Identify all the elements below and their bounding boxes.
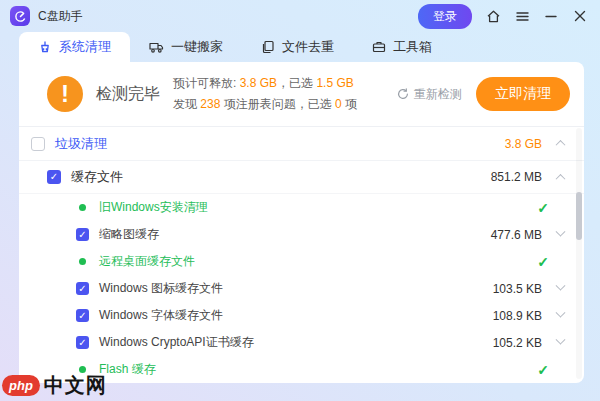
check-icon: ✓ xyxy=(537,362,549,378)
chevron-down-icon[interactable] xyxy=(556,335,566,345)
subgroup-checkbox[interactable] xyxy=(47,170,61,184)
registry-issue-count: 238 xyxy=(200,97,220,111)
releasable-line: 预计可释放: 3.8 GB，已选 1.5 GB xyxy=(173,73,357,94)
item-label: 远程桌面缓存文件 xyxy=(99,253,195,270)
releasable-size: 3.8 GB xyxy=(240,76,277,90)
registry-line: 发现 238 项注册表问题，已选 0 项 xyxy=(173,94,357,115)
subgroup-size: 851.2 MB xyxy=(491,170,542,184)
item-size: 108.9 KB xyxy=(493,309,542,323)
tab-system-clean[interactable]: 系统清理 xyxy=(19,32,130,62)
warning-icon: ! xyxy=(47,76,83,112)
list-item[interactable]: 远程桌面缓存文件 ✓ xyxy=(19,248,584,275)
watermark-badge: php xyxy=(2,375,40,396)
item-checkbox[interactable] xyxy=(76,336,89,349)
item-label: 旧Windows安装清理 xyxy=(99,199,208,216)
item-label: Windows CryptoAPI证书缓存 xyxy=(99,334,254,351)
scan-status: 检测完毕 xyxy=(96,84,160,105)
subgroup-row-cache-files[interactable]: 缓存文件 851.2 MB xyxy=(19,161,584,194)
chevron-down-icon[interactable] xyxy=(556,281,566,291)
tab-toolbox[interactable]: 工具箱 xyxy=(353,32,451,62)
check-icon: ✓ xyxy=(537,254,549,270)
cache-items: 旧Windows安装清理 ✓ 缩略图缓存 477.6 MB 远程桌面缓存文件 ✓… xyxy=(19,194,584,383)
check-icon: ✓ xyxy=(537,200,549,216)
item-checkbox[interactable] xyxy=(76,228,89,241)
clean-now-button[interactable]: 立即清理 xyxy=(476,77,570,111)
group-row-junk-clean[interactable]: 垃圾清理 3.8 GB xyxy=(19,127,584,161)
item-label: 缩略图缓存 xyxy=(99,226,159,243)
item-label: Flash 缓存 xyxy=(99,361,156,378)
chevron-up-icon[interactable] xyxy=(556,173,566,183)
chevron-up-icon[interactable] xyxy=(556,140,566,150)
close-icon[interactable] xyxy=(572,8,588,24)
tab-label: 工具箱 xyxy=(393,38,432,56)
item-size: 105.2 KB xyxy=(493,336,542,350)
site-watermark: php 中文网 xyxy=(2,372,107,399)
tab-file-dedupe[interactable]: 文件去重 xyxy=(242,32,353,62)
scrollbar-track[interactable] xyxy=(576,128,582,379)
app-title: C盘助手 xyxy=(38,8,83,25)
item-size: 103.5 KB xyxy=(493,282,542,296)
list-item[interactable]: Windows CryptoAPI证书缓存 105.2 KB xyxy=(19,329,584,356)
scan-detail-lines: 预计可释放: 3.8 GB，已选 1.5 GB 发现 238 项注册表问题，已选… xyxy=(173,73,357,115)
tab-label: 一键搬家 xyxy=(171,38,223,56)
item-checkbox[interactable] xyxy=(76,282,89,295)
selected-size: 1.5 GB xyxy=(316,76,353,90)
item-label: Windows 图标缓存文件 xyxy=(99,280,223,297)
minimize-icon[interactable] xyxy=(543,8,559,24)
chevron-down-icon[interactable] xyxy=(556,227,566,237)
item-label: Windows 字体缓存文件 xyxy=(99,307,223,324)
list-item[interactable]: 旧Windows安装清理 ✓ xyxy=(19,194,584,221)
tab-label: 文件去重 xyxy=(282,38,334,56)
recheck-label: 重新检测 xyxy=(414,86,462,103)
main-panel: ! 检测完毕 预计可释放: 3.8 GB，已选 1.5 GB 发现 238 项注… xyxy=(19,62,584,383)
green-dot-icon xyxy=(79,258,86,265)
tab-label: 系统清理 xyxy=(59,38,111,56)
toolbox-icon xyxy=(372,40,386,54)
login-button[interactable]: 登录 xyxy=(418,4,472,29)
dedupe-icon xyxy=(261,40,275,54)
titlebar: C盘助手 登录 xyxy=(0,0,600,32)
tab-one-key-move[interactable]: 一键搬家 xyxy=(130,32,242,62)
tab-bar: 系统清理 一键搬家 文件去重 工具箱 xyxy=(0,32,600,62)
item-size: 477.6 MB xyxy=(491,228,542,242)
chevron-down-icon[interactable] xyxy=(556,308,566,318)
group-size: 3.8 GB xyxy=(505,137,542,151)
group-checkbox[interactable] xyxy=(31,137,45,151)
green-dot-icon xyxy=(79,204,86,211)
move-truck-icon xyxy=(149,40,164,54)
list-item[interactable]: Windows 图标缓存文件 103.5 KB xyxy=(19,275,584,302)
subgroup-label: 缓存文件 xyxy=(71,168,123,186)
refresh-icon xyxy=(397,88,409,100)
registry-selected-count: 0 xyxy=(335,97,342,111)
menu-icon[interactable] xyxy=(514,8,530,24)
watermark-text: 中文网 xyxy=(44,372,107,399)
home-icon[interactable] xyxy=(485,8,501,24)
group-label: 垃圾清理 xyxy=(55,135,107,153)
list-item[interactable]: Windows 字体缓存文件 108.9 KB xyxy=(19,302,584,329)
recheck-button[interactable]: 重新检测 xyxy=(397,86,462,103)
list-item[interactable]: 缩略图缓存 477.6 MB xyxy=(19,221,584,248)
item-checkbox[interactable] xyxy=(76,309,89,322)
app-logo-gauge-icon xyxy=(10,6,30,26)
clean-icon xyxy=(38,40,52,54)
scrollbar-thumb[interactable] xyxy=(576,192,582,240)
scan-summary: ! 检测完毕 预计可释放: 3.8 GB，已选 1.5 GB 发现 238 项注… xyxy=(19,62,584,126)
